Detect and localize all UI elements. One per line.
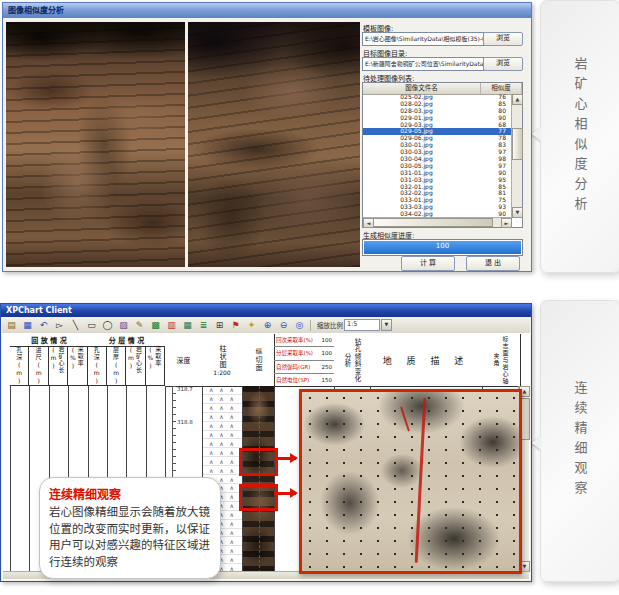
自然电位(SP)[interactable]: 自然电位(SP)150	[274, 374, 334, 386]
zoom-scale-label: 缩放比例	[317, 320, 343, 330]
section-column-header: 纵切面	[242, 334, 275, 387]
scroll-up-button[interactable]: ▲	[512, 94, 523, 105]
progress-value: 100	[364, 241, 521, 254]
lithology-symbol-row: ∧ ∧ ∧	[203, 457, 242, 466]
annotation-title: 连续精细观察	[49, 485, 211, 502]
scroll-down-button[interactable]: ▼	[512, 207, 523, 218]
030-01.jpg[interactable]: 030-01.jpg83	[363, 142, 512, 149]
zoom-in-icon[interactable]: ⊕	[260, 318, 275, 333]
file-name-column-header[interactable]: 图像文件名	[363, 83, 481, 94]
031-03.jpg[interactable]: 031-03.jpg95	[363, 177, 512, 184]
copy-icon[interactable]: ⊞	[212, 318, 227, 333]
xpchart-title: XPChart Client	[6, 306, 72, 315]
deviation-analysis-header: 钻孔倾斜变化分析	[334, 334, 371, 387]
browse-template-button[interactable]: 浏览	[483, 32, 523, 46]
core-section-strip[interactable]	[243, 386, 274, 573]
geology-description-header: 地 质 描 述	[370, 334, 483, 387]
curve-legend: 回次采取率(%)100分层采取率(%)100自然伽玛(GR)250自然电位(SP…	[274, 334, 335, 387]
side-card-observation: 连续精细观察	[540, 300, 619, 582]
file-table-vscrollbar[interactable]: ▲ ▼	[511, 94, 522, 218]
brush-icon[interactable]: ✎	[132, 318, 147, 333]
回次采取率(%)[interactable]: 回次采取率(%)100	[274, 334, 334, 347]
rect-icon[interactable]: ▭	[84, 318, 99, 333]
zoom-scale-value[interactable]: 1:5	[344, 319, 380, 331]
028-03.jpg[interactable]: 028-03.jpg80	[363, 108, 512, 115]
032-01.jpg[interactable]: 032-01.jpg85	[363, 184, 512, 191]
depth-tick: 318.7	[177, 386, 193, 392]
magnified-core-image[interactable]	[299, 389, 522, 574]
zoom-fit-icon[interactable]: ◎	[292, 318, 307, 333]
xpchart-titlebar[interactable]: XPChart Client	[1, 304, 531, 317]
029-03.jpg[interactable]: 029-03.jpg68	[363, 122, 512, 129]
029-05.jpg[interactable]: 029-05.jpg77	[363, 128, 512, 135]
cursor-icon[interactable]: ▻	[52, 318, 67, 333]
line-icon[interactable]: ╲	[68, 318, 83, 333]
log-subcolumn-headers: 孔深(m)进尺(m)岩矿心长(m)采取率(%)孔深(m)层厚(m)岩矿心长(m)…	[10, 346, 165, 386]
029-06.jpg[interactable]: 029-06.jpg78	[363, 135, 512, 142]
save-icon[interactable]: ▦	[20, 318, 35, 333]
flag-icon[interactable]: ⚑	[228, 318, 243, 333]
palette-icon[interactable]: ▩	[148, 318, 163, 333]
undo-icon[interactable]: ↶	[36, 318, 51, 333]
ellipse-icon[interactable]: ◯	[100, 318, 115, 333]
core-red-marking-stroke	[400, 406, 410, 431]
033-03.jpg[interactable]: 033-03.jpg93	[363, 204, 512, 211]
032-02.jpg[interactable]: 032-02.jpg81	[363, 190, 512, 197]
magnifier-region-2[interactable]	[239, 484, 278, 511]
scroll-right-button[interactable]: ►	[501, 218, 512, 228]
分层采取率(%)[interactable]: 分层采取率(%)100	[274, 347, 334, 360]
lithology-symbol-row: ∧ ∧ ∧	[203, 404, 242, 413]
core-photo-right	[188, 22, 360, 267]
similarity-file-table: 图像文件名 相似度 025-02.jpg76 028-02.jpg85 028-…	[362, 82, 523, 228]
magnifier-arrow-2	[274, 492, 296, 495]
exit-button[interactable]: 退 出	[466, 256, 520, 271]
chevron-down-icon[interactable]: ▼	[381, 319, 392, 331]
core-photo-left	[6, 22, 185, 267]
log-chart-area: 回 放 情 况 分 层 情 况 孔深(m)进尺(m)岩矿心长(m)采取率(%)孔…	[2, 333, 530, 580]
toolbar-separator	[310, 320, 311, 331]
table-icon[interactable]: ▦	[180, 318, 195, 333]
025-02.jpg[interactable]: 025-02.jpg76	[363, 94, 512, 101]
star-icon[interactable]: ✦	[244, 318, 259, 333]
annotation-body: 岩心图像精细显示会随着放大镜位置的改变而实时更新，以保证用户可以对感兴趣的特征区…	[49, 504, 211, 571]
calculate-button[interactable]: 计 算	[401, 256, 455, 271]
similarity-window: 图像相似度分析 模板图像: E:\岩心图像\SimilarityData\相似模…	[2, 2, 532, 272]
target-path-field[interactable]: E:\新疆阿舍勒铜矿公司位置\SimilarityData\图库	[362, 57, 484, 71]
card-arrow-left-icon	[532, 436, 541, 450]
toolbar-icons: ▤▦↶▻╲▭◯▨✎▩▥▦≣⊞⚑✦⊕⊖◎	[4, 318, 307, 333]
030-05.jpg[interactable]: 030-05.jpg97	[363, 163, 512, 170]
xpchart-window: XPChart Client ▤▦↶▻╲▭◯▨✎▩▥▦≣⊞⚑✦⊕⊖◎ 缩放比例 …	[0, 303, 532, 582]
031-01.jpg[interactable]: 031-01.jpg90	[363, 170, 512, 177]
lithology-symbol-row: ∧ ∧ ∧	[203, 413, 242, 422]
chart-icon[interactable]: ▥	[164, 318, 179, 333]
vscroll-thumb[interactable]	[512, 128, 523, 160]
similarity-column-header[interactable]: 相似度	[481, 83, 522, 94]
029-01.jpg[interactable]: 029-01.jpg90	[363, 115, 512, 122]
zoom-out-icon[interactable]: ⊖	[276, 318, 291, 333]
layers-icon[interactable]: ≣	[196, 318, 211, 333]
lithology-symbol-row: ∧ ∧ ∧	[203, 422, 242, 431]
自然伽玛(GR)[interactable]: 自然伽玛(GR)250	[274, 361, 334, 374]
histogram-column-header: 柱状图 1:200	[202, 334, 243, 387]
file-table-hscrollbar[interactable]: ◄ ►	[363, 217, 512, 227]
depth-column-header: 深度	[165, 334, 203, 387]
030-04.jpg[interactable]: 030-04.jpg98	[363, 156, 512, 163]
side-card-similarity: 岩矿心相似度分析	[540, 0, 619, 273]
depth-tick: 318.8	[177, 419, 193, 425]
magnifier-region-1[interactable]	[239, 448, 278, 476]
similarity-window-titlebar[interactable]: 图像相似度分析	[3, 3, 531, 18]
zoom-scale-combo: 缩放比例 1:5 ▼	[317, 319, 392, 331]
hscroll-thumb[interactable]	[373, 218, 493, 227]
template-path-field[interactable]: E:\岩心图像\SimilarityData\相似模板(35)-01.jpg	[362, 32, 484, 46]
lithology-symbol-row: ∧ ∧ ∧	[203, 395, 242, 404]
browse-target-button[interactable]: 浏览	[483, 57, 523, 71]
030-03.jpg[interactable]: 030-03.jpg97	[363, 149, 512, 156]
028-02.jpg[interactable]: 028-02.jpg85	[363, 101, 512, 108]
lithology-symbol-row: ∧ ∧ ∧	[203, 431, 242, 440]
lithology-symbol-row: ∧ ∧ ∧	[203, 466, 242, 475]
lithology-symbol-row: ∧ ∧ ∧	[203, 386, 242, 395]
image-icon[interactable]: ▨	[116, 318, 131, 333]
033-01.jpg[interactable]: 033-01.jpg75	[363, 197, 512, 204]
open-icon[interactable]: ▤	[4, 318, 19, 333]
marker-angle-header: 标志面与岩心轴夹角	[482, 334, 521, 387]
